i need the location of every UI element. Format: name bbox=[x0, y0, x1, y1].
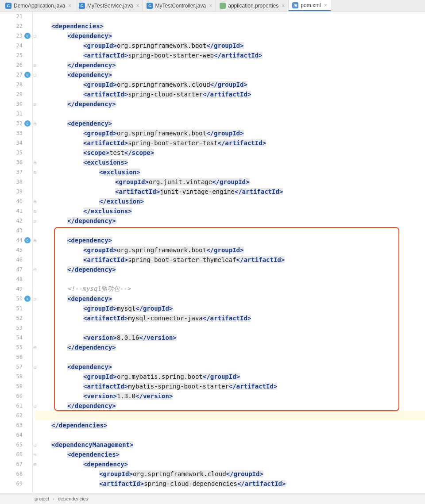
gutter-line[interactable]: 21 bbox=[0, 12, 32, 21]
code-line[interactable] bbox=[35, 109, 425, 119]
code-line[interactable]: <artifactId>spring-boot-starter-web</art… bbox=[35, 50, 425, 60]
gutter-line[interactable]: 53 bbox=[0, 323, 32, 333]
code-line[interactable]: </dependency> bbox=[35, 342, 425, 352]
gutter-line[interactable]: 38 bbox=[0, 177, 32, 187]
code-line[interactable]: </dependency> bbox=[35, 99, 425, 109]
editor-tab[interactable]: CDemoApplication.java× bbox=[2, 0, 75, 11]
gutter-line[interactable]: 32o⊟ bbox=[0, 119, 32, 128]
gutter-line[interactable]: 58 bbox=[0, 372, 32, 381]
code-line[interactable]: <dependency> bbox=[35, 119, 425, 128]
code-line[interactable]: </exclusion> bbox=[35, 196, 425, 206]
gutter-line[interactable]: 26⊟ bbox=[0, 60, 32, 70]
code-line[interactable]: <groupId>org.springframework.boot</group… bbox=[35, 245, 425, 255]
code-line[interactable]: <artifactId>mysql-connector-java</artifa… bbox=[35, 313, 425, 323]
code-line[interactable]: <dependency> bbox=[35, 70, 425, 80]
gutter-line[interactable]: 28 bbox=[0, 80, 32, 89]
gutter-line[interactable]: 56 bbox=[0, 352, 32, 362]
code-line[interactable]: <dependencies> bbox=[35, 21, 425, 31]
gutter-line[interactable]: 22 bbox=[0, 21, 32, 31]
code-line[interactable]: <exclusions> bbox=[35, 158, 425, 167]
gutter-line[interactable]: 43 bbox=[0, 226, 32, 235]
gutter-line[interactable]: 60 bbox=[0, 391, 32, 401]
gutter-badge-icon[interactable]: o bbox=[24, 296, 31, 302]
gutter-line[interactable]: 48 bbox=[0, 274, 32, 284]
code-line[interactable]: </dependencies> bbox=[35, 420, 425, 430]
gutter-line[interactable]: 67⊟ bbox=[0, 459, 32, 469]
close-icon[interactable]: × bbox=[282, 3, 285, 9]
code-line[interactable] bbox=[35, 323, 425, 333]
gutter-line[interactable]: 64 bbox=[0, 430, 32, 440]
code-line[interactable]: <!--mysql驱动包--> bbox=[35, 284, 425, 294]
code-line[interactable]: <version>1.3.0</version> bbox=[35, 391, 425, 401]
gutter-line[interactable]: 54 bbox=[0, 333, 32, 342]
gutter-line[interactable]: 27o⊟ bbox=[0, 70, 32, 80]
code-line[interactable]: <groupId>org.springframework.boot</group… bbox=[35, 128, 425, 138]
gutter-line[interactable]: 31 bbox=[0, 109, 32, 119]
code-line[interactable]: <dependency> bbox=[35, 459, 425, 469]
code-line[interactable]: <groupId>org.springframework.boot</group… bbox=[35, 41, 425, 50]
gutter-badge-icon[interactable]: o bbox=[24, 33, 31, 39]
breadcrumb-item[interactable]: project bbox=[35, 496, 49, 501]
gutter-line[interactable]: 69 bbox=[0, 479, 32, 489]
close-icon[interactable]: × bbox=[209, 3, 212, 9]
code-line[interactable]: <groupId>mysql</groupId> bbox=[35, 304, 425, 313]
gutter-line[interactable]: 33 bbox=[0, 128, 32, 138]
code-line[interactable]: <artifactId>spring-cloud-starter</artifa… bbox=[35, 89, 425, 99]
code-line[interactable]: <groupId>org.mybatis.spring.boot</groupI… bbox=[35, 372, 425, 381]
code-line[interactable]: </dependency> bbox=[35, 216, 425, 226]
code-line[interactable]: <dependency> bbox=[35, 235, 425, 245]
gutter-line[interactable]: 65⊟ bbox=[0, 440, 32, 450]
gutter-line[interactable]: 42⊟ bbox=[0, 216, 32, 226]
code-line[interactable]: <groupId>org.springframework.cloud</grou… bbox=[35, 80, 425, 89]
gutter-line[interactable]: 51 bbox=[0, 304, 32, 313]
gutter-line[interactable]: 57⊟ bbox=[0, 362, 32, 372]
code-line[interactable]: <dependency> bbox=[35, 294, 425, 304]
code-line[interactable] bbox=[35, 274, 425, 284]
code-line[interactable]: <artifactId>junit-vintage-engine</artifa… bbox=[35, 187, 425, 196]
gutter-line[interactable]: 63 bbox=[0, 420, 32, 430]
gutter-badge-icon[interactable]: o bbox=[24, 72, 31, 78]
gutter-line[interactable]: 39 bbox=[0, 187, 32, 196]
code-line[interactable]: <scope>test</scope> bbox=[35, 148, 425, 158]
code-line[interactable]: <artifactId>mybatis-spring-boot-starter<… bbox=[35, 381, 425, 391]
code-line[interactable]: <dependencies> bbox=[35, 450, 425, 459]
gutter-line[interactable]: 41⊟ bbox=[0, 206, 32, 216]
code-line[interactable]: <artifactId>spring-boot-starter-thymelea… bbox=[35, 255, 425, 265]
code-line[interactable] bbox=[35, 226, 425, 235]
code-line[interactable]: <exclusion> bbox=[35, 167, 425, 177]
gutter-line[interactable]: 24 bbox=[0, 41, 32, 50]
gutter-line[interactable]: 35 bbox=[0, 148, 32, 158]
code-line[interactable]: <groupId>org.springframework.cloud</grou… bbox=[35, 469, 425, 479]
code-line[interactable]: </exclusions> bbox=[35, 206, 425, 216]
gutter-line[interactable]: 40⊟ bbox=[0, 196, 32, 206]
gutter-line[interactable]: 49 bbox=[0, 284, 32, 294]
gutter-line[interactable]: 52 bbox=[0, 313, 32, 323]
gutter-line[interactable]: 23o⊟ bbox=[0, 31, 32, 41]
gutter-badge-icon[interactable]: o bbox=[24, 120, 31, 127]
gutter-line[interactable]: 30⊟ bbox=[0, 99, 32, 109]
close-icon[interactable]: × bbox=[68, 3, 71, 9]
gutter-line[interactable]: 68 bbox=[0, 469, 32, 479]
code-line[interactable] bbox=[35, 352, 425, 362]
code-line[interactable] bbox=[35, 12, 425, 21]
gutter-line[interactable]: 55⊟ bbox=[0, 342, 32, 352]
gutter-line[interactable]: 62 bbox=[0, 411, 32, 420]
code-line[interactable]: <artifactId>spring-boot-starter-test</ar… bbox=[35, 138, 425, 148]
code-line[interactable]: <groupId>org.junit.vintage</groupId> bbox=[35, 177, 425, 187]
code-line[interactable]: <dependency> bbox=[35, 31, 425, 41]
gutter-line[interactable]: 36⊟ bbox=[0, 158, 32, 167]
gutter-line[interactable]: 37⊟ bbox=[0, 167, 32, 177]
code-line[interactable]: <artifactId>spring-cloud-dependencies</a… bbox=[35, 479, 425, 489]
code-line[interactable]: <dependencyManagement> bbox=[35, 440, 425, 450]
editor-tab[interactable]: CMyTestService.java× bbox=[75, 0, 143, 11]
gutter-line[interactable]: 25 bbox=[0, 50, 32, 60]
editor-tab[interactable]: mpom.xml× bbox=[289, 0, 331, 11]
code-line[interactable] bbox=[35, 430, 425, 440]
gutter-line[interactable]: 66⊟ bbox=[0, 450, 32, 459]
code-area[interactable]: <dependencies><dependency><groupId>org.s… bbox=[33, 12, 425, 493]
gutter-line[interactable]: 29 bbox=[0, 89, 32, 99]
gutter-line[interactable]: 46 bbox=[0, 255, 32, 265]
gutter-line[interactable]: 44o⊟ bbox=[0, 235, 32, 245]
code-line[interactable]: <version>8.0.16</version> bbox=[35, 333, 425, 342]
editor-tab[interactable]: application.properties× bbox=[216, 0, 289, 11]
